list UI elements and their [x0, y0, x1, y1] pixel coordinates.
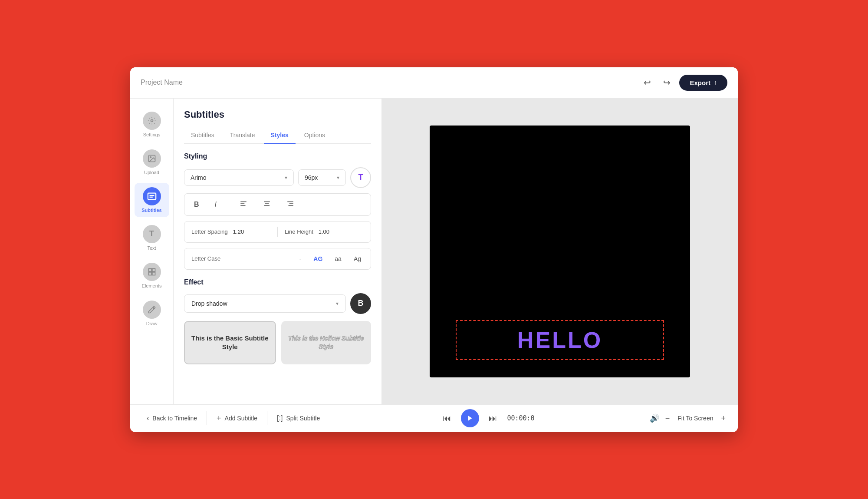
play-button[interactable] [461, 409, 479, 427]
effect-chevron-icon: ▾ [336, 301, 339, 307]
split-label: Split Subtitle [286, 415, 320, 422]
svg-rect-3 [148, 193, 155, 199]
align-left-button[interactable] [235, 197, 252, 212]
sidebar-item-text[interactable]: T Text [135, 221, 169, 255]
effect-color-icon: B [358, 299, 364, 308]
sidebar-item-upload[interactable]: Upload [135, 145, 169, 179]
skip-forward-button[interactable]: ⏭ [486, 411, 500, 426]
text-color-button[interactable]: T [350, 167, 371, 188]
font-chevron-icon: ▾ [285, 175, 287, 181]
svg-rect-6 [148, 268, 151, 271]
undo-button[interactable]: ↩ [640, 74, 654, 91]
top-bar-actions: ↩ ↪ Export ↑ [640, 74, 727, 91]
skip-back-button[interactable]: ⏮ [440, 411, 454, 426]
sidebar-item-elements[interactable]: Elements [135, 258, 169, 293]
sidebar-item-subtitles[interactable]: Subtitles [135, 183, 169, 217]
top-bar: Project Name ↩ ↪ Export ↑ [130, 67, 738, 99]
line-height-value[interactable]: 1.00 [319, 228, 329, 235]
effect-color-button[interactable]: B [350, 293, 371, 314]
panel-body: Styling Arimo ▾ 96px ▾ T B [174, 144, 381, 404]
italic-button[interactable]: I [210, 198, 221, 211]
panel-header: Subtitles Subtitles Translate Styles Opt… [174, 99, 381, 144]
align-center-button[interactable] [259, 197, 275, 212]
format-row: B I [184, 193, 371, 216]
add-label: Add Subtitle [225, 415, 258, 422]
letter-case-label: Letter Case [191, 255, 288, 262]
letter-spacing-label: Letter Spacing [191, 228, 228, 235]
settings-label: Settings [143, 132, 161, 137]
svg-rect-8 [148, 272, 151, 275]
time-display: 00:00:0 [507, 414, 534, 422]
style-card-hollow[interactable]: This is the Hollow Subtitle Style [281, 321, 372, 364]
tab-translate[interactable]: Translate [223, 127, 262, 144]
case-uppercase-option[interactable]: AG [311, 254, 325, 264]
hollow-style-text: This is the Hollow Subtitle Style [286, 334, 366, 350]
zoom-out-button[interactable]: − [662, 412, 674, 425]
elements-icon [143, 263, 161, 281]
tab-options[interactable]: Options [297, 127, 332, 144]
line-height-item: Line Height 1.00 [285, 228, 364, 235]
basic-style-text: This is the Basic Subtitle Style [190, 334, 270, 351]
styling-title: Styling [184, 152, 371, 160]
format-divider-1 [228, 199, 228, 210]
effect-row: Drop shadow ▾ B [184, 293, 371, 314]
icon-sidebar: Settings Upload [130, 99, 174, 404]
case-titlecase-option[interactable]: Ag [351, 254, 364, 264]
elements-label: Elements [142, 283, 162, 288]
volume-button[interactable]: 🔊 [647, 411, 662, 426]
case-lowercase-option[interactable]: aa [332, 254, 344, 264]
effect-title: Effect [184, 278, 371, 286]
size-selector[interactable]: 96px ▾ [298, 169, 346, 186]
font-selector[interactable]: Arimo ▾ [184, 169, 294, 186]
letter-spacing-value[interactable]: 1.20 [233, 228, 244, 235]
size-chevron-icon: ▾ [337, 175, 339, 181]
font-row: Arimo ▾ 96px ▾ T [184, 167, 371, 188]
export-button[interactable]: Export ↑ [679, 75, 727, 91]
add-icon: + [217, 414, 221, 423]
text-icon: T [143, 225, 161, 243]
case-row: Letter Case - AG aa Ag [184, 248, 371, 270]
panel-tabs: Subtitles Translate Styles Options [184, 127, 371, 144]
color-icon: T [358, 173, 363, 182]
draw-icon [143, 301, 161, 319]
spacing-divider [277, 227, 278, 237]
svg-marker-19 [468, 416, 472, 421]
draw-label: Draw [146, 321, 158, 326]
bottom-divider-1 [207, 411, 207, 425]
case-options: - AG aa Ag [297, 254, 364, 264]
svg-point-2 [150, 156, 151, 158]
zoom-controls: − Fit To Screen + [662, 412, 729, 425]
back-to-timeline-button[interactable]: ‹ Back to Timeline [139, 410, 205, 426]
preview-area: HELLO [382, 99, 738, 404]
panel-title: Subtitles [184, 109, 371, 120]
effect-selector[interactable]: Drop shadow ▾ [184, 294, 346, 313]
svg-point-0 [151, 119, 153, 122]
redo-button[interactable]: ↪ [660, 74, 674, 91]
subtitles-icon [143, 187, 161, 205]
align-right-button[interactable] [282, 197, 299, 212]
style-card-basic[interactable]: This is the Basic Subtitle Style [184, 321, 276, 364]
main-content: Settings Upload [130, 99, 738, 404]
upload-icon [143, 149, 161, 168]
text-label: Text [147, 245, 156, 251]
upload-label: Upload [144, 170, 159, 175]
size-value: 96px [305, 174, 318, 181]
split-icon: [:] [277, 414, 283, 422]
zoom-in-button[interactable]: + [717, 412, 729, 425]
export-icon: ↑ [714, 79, 717, 86]
tab-subtitles[interactable]: Subtitles [184, 127, 221, 144]
export-label: Export [690, 79, 710, 86]
style-cards: This is the Basic Subtitle Style This is… [184, 321, 371, 364]
fit-to-screen-label: Fit To Screen [677, 415, 713, 422]
bold-button[interactable]: B [190, 198, 204, 211]
panel: Subtitles Subtitles Translate Styles Opt… [174, 99, 382, 404]
tab-styles[interactable]: Styles [264, 127, 296, 144]
spacing-row: Letter Spacing 1.20 Line Height 1.00 [184, 221, 371, 243]
sidebar-item-draw[interactable]: Draw [135, 296, 169, 330]
add-subtitle-button[interactable]: + Add Subtitle [209, 410, 265, 427]
subtitle-overlay[interactable]: HELLO [456, 320, 664, 360]
case-none-option[interactable]: - [297, 254, 304, 264]
font-value: Arimo [191, 174, 207, 181]
sidebar-item-settings[interactable]: Settings [135, 107, 169, 142]
split-subtitle-button[interactable]: [:] Split Subtitle [269, 410, 328, 426]
